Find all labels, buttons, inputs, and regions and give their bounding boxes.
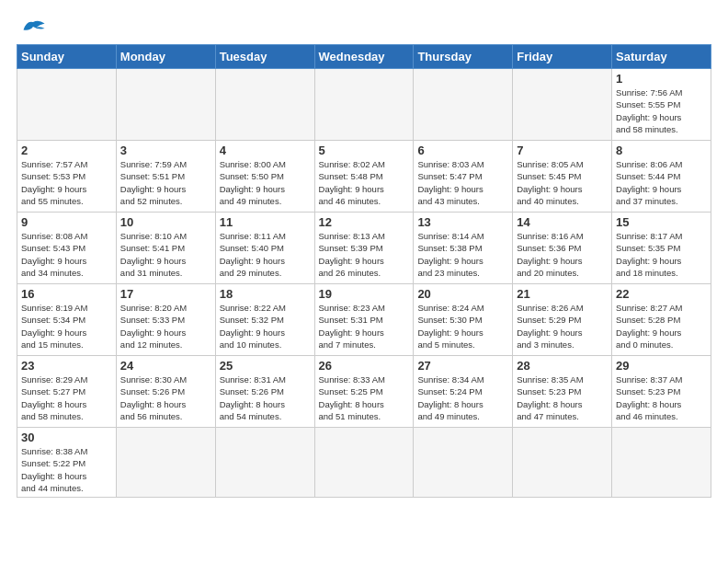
calendar-cell: 12Sunrise: 8:13 AM Sunset: 5:39 PM Dayli… bbox=[314, 213, 414, 284]
day-number: 12 bbox=[319, 215, 410, 229]
day-number: 30 bbox=[21, 431, 112, 444]
calendar-cell: 11Sunrise: 8:11 AM Sunset: 5:40 PM Dayli… bbox=[215, 213, 314, 284]
weekday-header-sunday: Sunday bbox=[17, 45, 117, 69]
day-info: Sunrise: 8:11 AM Sunset: 5:40 PM Dayligh… bbox=[220, 230, 311, 279]
calendar-week-row: 23Sunrise: 8:29 AM Sunset: 5:27 PM Dayli… bbox=[17, 356, 711, 428]
day-info: Sunrise: 8:16 AM Sunset: 5:36 PM Dayligh… bbox=[517, 230, 608, 279]
day-info: Sunrise: 8:22 AM Sunset: 5:32 PM Dayligh… bbox=[220, 302, 311, 350]
calendar-cell: 20Sunrise: 8:24 AM Sunset: 5:30 PM Dayli… bbox=[414, 284, 513, 356]
calendar-week-row: 1Sunrise: 7:56 AM Sunset: 5:55 PM Daylig… bbox=[17, 69, 711, 141]
calendar-cell bbox=[215, 69, 314, 141]
day-info: Sunrise: 8:38 AM Sunset: 5:22 PM Dayligh… bbox=[21, 445, 112, 494]
calendar-cell: 19Sunrise: 8:23 AM Sunset: 5:31 PM Dayli… bbox=[314, 284, 414, 356]
day-number: 28 bbox=[517, 359, 608, 373]
calendar-cell: 16Sunrise: 8:19 AM Sunset: 5:34 PM Dayli… bbox=[17, 284, 117, 356]
calendar-table: SundayMondayTuesdayWednesdayThursdayFrid… bbox=[17, 44, 711, 498]
calendar-cell: 1Sunrise: 7:56 AM Sunset: 5:55 PM Daylig… bbox=[612, 69, 711, 141]
weekday-header-tuesday: Tuesday bbox=[215, 45, 314, 69]
weekday-header-saturday: Saturday bbox=[612, 45, 711, 69]
day-info: Sunrise: 8:13 AM Sunset: 5:39 PM Dayligh… bbox=[319, 230, 410, 279]
calendar-cell: 8Sunrise: 8:06 AM Sunset: 5:44 PM Daylig… bbox=[612, 141, 711, 213]
day-number: 15 bbox=[616, 215, 707, 229]
day-number: 4 bbox=[220, 144, 311, 157]
day-info: Sunrise: 8:31 AM Sunset: 5:26 PM Dayligh… bbox=[220, 373, 311, 422]
logo-bird-icon bbox=[20, 17, 46, 37]
day-number: 9 bbox=[21, 215, 112, 229]
calendar-cell: 28Sunrise: 8:35 AM Sunset: 5:23 PM Dayli… bbox=[513, 356, 612, 428]
calendar-cell: 21Sunrise: 8:26 AM Sunset: 5:29 PM Dayli… bbox=[513, 284, 612, 356]
calendar-cell: 18Sunrise: 8:22 AM Sunset: 5:32 PM Dayli… bbox=[215, 284, 314, 356]
day-info: Sunrise: 8:06 AM Sunset: 5:44 PM Dayligh… bbox=[616, 158, 707, 207]
calendar-cell: 2Sunrise: 7:57 AM Sunset: 5:53 PM Daylig… bbox=[17, 141, 117, 213]
day-number: 23 bbox=[21, 359, 112, 373]
calendar-cell: 5Sunrise: 8:02 AM Sunset: 5:48 PM Daylig… bbox=[314, 141, 414, 213]
day-info: Sunrise: 8:35 AM Sunset: 5:23 PM Dayligh… bbox=[517, 373, 608, 422]
day-info: Sunrise: 8:02 AM Sunset: 5:48 PM Dayligh… bbox=[319, 158, 410, 207]
day-number: 10 bbox=[120, 215, 211, 229]
day-number: 27 bbox=[417, 359, 508, 373]
weekday-header-thursday: Thursday bbox=[414, 45, 513, 69]
page: SundayMondayTuesdayWednesdayThursdayFrid… bbox=[0, 0, 728, 563]
day-info: Sunrise: 8:23 AM Sunset: 5:31 PM Dayligh… bbox=[319, 302, 410, 350]
day-number: 7 bbox=[517, 144, 608, 157]
day-info: Sunrise: 8:29 AM Sunset: 5:27 PM Dayligh… bbox=[21, 373, 112, 422]
day-info: Sunrise: 8:08 AM Sunset: 5:43 PM Dayligh… bbox=[21, 230, 112, 279]
day-number: 22 bbox=[616, 287, 707, 301]
calendar-cell: 13Sunrise: 8:14 AM Sunset: 5:38 PM Dayli… bbox=[414, 213, 513, 284]
calendar-cell bbox=[414, 69, 513, 141]
day-number: 25 bbox=[220, 359, 311, 373]
day-info: Sunrise: 8:19 AM Sunset: 5:34 PM Dayligh… bbox=[21, 302, 112, 350]
day-number: 2 bbox=[21, 144, 112, 157]
day-number: 20 bbox=[417, 287, 508, 301]
weekday-header-row: SundayMondayTuesdayWednesdayThursdayFrid… bbox=[17, 45, 711, 69]
day-number: 26 bbox=[319, 359, 410, 373]
calendar-cell bbox=[215, 428, 314, 498]
calendar-week-row: 2Sunrise: 7:57 AM Sunset: 5:53 PM Daylig… bbox=[17, 141, 711, 213]
day-number: 3 bbox=[120, 144, 211, 157]
calendar-cell bbox=[116, 69, 215, 141]
day-number: 1 bbox=[616, 72, 707, 86]
calendar-cell: 26Sunrise: 8:33 AM Sunset: 5:25 PM Dayli… bbox=[314, 356, 414, 428]
calendar-cell bbox=[612, 428, 711, 498]
day-info: Sunrise: 7:59 AM Sunset: 5:51 PM Dayligh… bbox=[120, 158, 211, 207]
day-info: Sunrise: 8:26 AM Sunset: 5:29 PM Dayligh… bbox=[517, 302, 608, 350]
calendar-cell: 25Sunrise: 8:31 AM Sunset: 5:26 PM Dayli… bbox=[215, 356, 314, 428]
calendar-cell: 15Sunrise: 8:17 AM Sunset: 5:35 PM Dayli… bbox=[612, 213, 711, 284]
calendar-cell: 4Sunrise: 8:00 AM Sunset: 5:50 PM Daylig… bbox=[215, 141, 314, 213]
day-number: 5 bbox=[319, 144, 410, 157]
calendar-cell bbox=[17, 69, 117, 141]
day-info: Sunrise: 8:05 AM Sunset: 5:45 PM Dayligh… bbox=[517, 158, 608, 207]
day-info: Sunrise: 8:27 AM Sunset: 5:28 PM Dayligh… bbox=[616, 302, 707, 350]
calendar-cell: 24Sunrise: 8:30 AM Sunset: 5:26 PM Dayli… bbox=[116, 356, 215, 428]
day-info: Sunrise: 8:10 AM Sunset: 5:41 PM Dayligh… bbox=[120, 230, 211, 279]
calendar-cell bbox=[513, 69, 612, 141]
calendar-cell bbox=[314, 69, 414, 141]
day-info: Sunrise: 8:34 AM Sunset: 5:24 PM Dayligh… bbox=[417, 373, 508, 422]
day-number: 17 bbox=[120, 287, 211, 301]
calendar-week-row: 9Sunrise: 8:08 AM Sunset: 5:43 PM Daylig… bbox=[17, 213, 711, 284]
weekday-header-friday: Friday bbox=[513, 45, 612, 69]
day-number: 8 bbox=[616, 144, 707, 157]
calendar-week-row: 30Sunrise: 8:38 AM Sunset: 5:22 PM Dayli… bbox=[17, 428, 711, 498]
day-info: Sunrise: 7:57 AM Sunset: 5:53 PM Dayligh… bbox=[21, 158, 112, 207]
weekday-header-monday: Monday bbox=[116, 45, 215, 69]
day-number: 16 bbox=[21, 287, 112, 301]
day-number: 13 bbox=[417, 215, 508, 229]
day-number: 19 bbox=[319, 287, 410, 301]
day-info: Sunrise: 8:24 AM Sunset: 5:30 PM Dayligh… bbox=[417, 302, 508, 350]
day-number: 6 bbox=[417, 144, 508, 157]
day-info: Sunrise: 8:37 AM Sunset: 5:23 PM Dayligh… bbox=[616, 373, 707, 422]
day-number: 21 bbox=[517, 287, 608, 301]
day-number: 24 bbox=[120, 359, 211, 373]
header bbox=[17, 17, 711, 37]
calendar-week-row: 16Sunrise: 8:19 AM Sunset: 5:34 PM Dayli… bbox=[17, 284, 711, 356]
calendar-cell: 22Sunrise: 8:27 AM Sunset: 5:28 PM Dayli… bbox=[612, 284, 711, 356]
day-info: Sunrise: 8:00 AM Sunset: 5:50 PM Dayligh… bbox=[220, 158, 311, 207]
calendar-cell: 29Sunrise: 8:37 AM Sunset: 5:23 PM Dayli… bbox=[612, 356, 711, 428]
day-info: Sunrise: 8:20 AM Sunset: 5:33 PM Dayligh… bbox=[120, 302, 211, 350]
calendar-cell: 17Sunrise: 8:20 AM Sunset: 5:33 PM Dayli… bbox=[116, 284, 215, 356]
day-info: Sunrise: 8:03 AM Sunset: 5:47 PM Dayligh… bbox=[417, 158, 508, 207]
calendar-cell bbox=[314, 428, 414, 498]
calendar-cell: 27Sunrise: 8:34 AM Sunset: 5:24 PM Dayli… bbox=[414, 356, 513, 428]
day-info: Sunrise: 8:33 AM Sunset: 5:25 PM Dayligh… bbox=[319, 373, 410, 422]
